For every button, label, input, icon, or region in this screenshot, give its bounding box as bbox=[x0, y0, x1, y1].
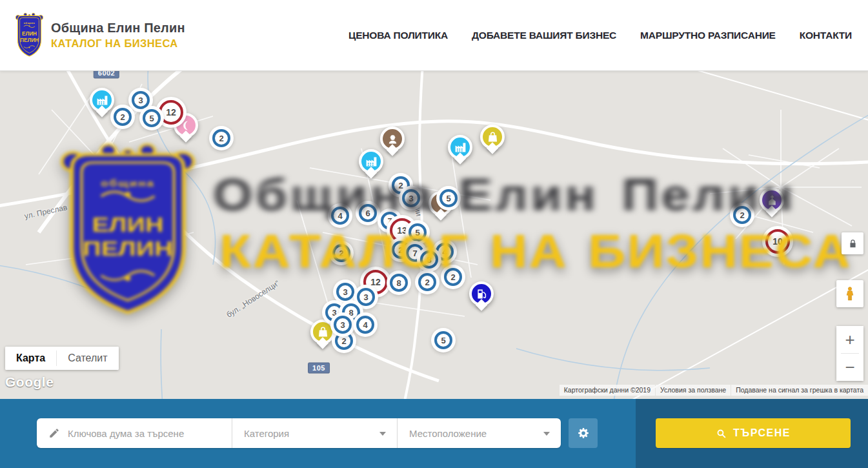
search-bar-right: ТЪРСЕНЕ bbox=[636, 399, 868, 468]
map-marker-cluster[interactable]: 2 bbox=[418, 273, 436, 291]
svg-text:ПЕЛИН: ПЕЛИН bbox=[20, 37, 39, 43]
keyword-input[interactable] bbox=[68, 428, 232, 439]
pencil-icon bbox=[48, 427, 60, 439]
attribution-link[interactable]: Условия за ползване bbox=[656, 385, 731, 396]
factory-icon bbox=[96, 94, 109, 107]
map-marker-pin[interactable] bbox=[310, 320, 335, 344]
zoom-out-button[interactable]: − bbox=[836, 354, 863, 381]
svg-text:община: община bbox=[24, 21, 35, 25]
header: общинаЕЛИНПЕЛИН Община Елин Пелин КАТАЛО… bbox=[0, 0, 868, 71]
advanced-settings-button[interactable] bbox=[569, 418, 598, 448]
site-subtitle: КАТАЛОГ НА БИЗНЕСА bbox=[51, 37, 185, 50]
map-marker-cluster[interactable]: 5 bbox=[409, 223, 427, 241]
gear-icon bbox=[577, 427, 590, 440]
shopping-bag-icon bbox=[316, 325, 330, 339]
map-marker-cluster[interactable]: 5 bbox=[434, 331, 452, 349]
nav-item[interactable]: КОНТАКТИ bbox=[800, 30, 852, 41]
fuel-icon bbox=[475, 287, 489, 301]
map-marker-cluster[interactable]: 3 bbox=[402, 189, 420, 207]
search-button-label: ТЪРСЕНЕ bbox=[733, 427, 791, 439]
map-marker-pin[interactable] bbox=[480, 125, 505, 149]
factory-icon bbox=[365, 155, 378, 168]
nav-item[interactable]: ЦЕНОВА ПОЛИТИКА bbox=[348, 30, 448, 41]
road-badge: 105 bbox=[308, 363, 330, 374]
map-attribution: Картографски данни ©2019Условия за ползв… bbox=[559, 385, 868, 396]
map-data-attribution: Картографски данни ©2019 bbox=[560, 385, 655, 396]
church-icon bbox=[765, 194, 779, 207]
map-type-map-button[interactable]: Карта bbox=[5, 347, 56, 370]
map-marker-cluster[interactable]: 5 bbox=[439, 189, 458, 207]
lock-button[interactable] bbox=[842, 232, 863, 254]
map-canvas[interactable]: ул. Преславбул. „Новоселци“ции 6002105 3… bbox=[0, 71, 868, 399]
street-view-pegman[interactable] bbox=[836, 280, 863, 307]
map-marker-cluster[interactable]: 12 bbox=[159, 100, 183, 125]
map-marker-cluster[interactable]: 2 bbox=[335, 332, 353, 350]
nav-item[interactable]: МАРШРУТНО РАЗПИСАНИЕ bbox=[640, 30, 776, 41]
factory-icon bbox=[454, 141, 467, 154]
search-bar: Категория Местоположение ТЪРСЕНЕ bbox=[0, 399, 868, 468]
nav-item[interactable]: ДОБАВЕТЕ ВАШИЯТ БИЗНЕС bbox=[472, 30, 616, 41]
map-marker-cluster[interactable]: 4 bbox=[436, 243, 454, 261]
category-placeholder: Категория bbox=[244, 428, 289, 439]
map-marker-cluster[interactable]: 10 bbox=[765, 229, 790, 254]
search-bar-left: Категория Местоположение bbox=[0, 399, 636, 468]
map-marker-cluster[interactable]: 8 bbox=[390, 274, 408, 292]
map-marker-cluster[interactable]: 8 bbox=[420, 250, 438, 269]
map-marker-cluster[interactable]: 6 bbox=[359, 204, 377, 222]
map-marker-pin[interactable] bbox=[469, 281, 494, 306]
map-marker-cluster[interactable]: 4 bbox=[331, 207, 349, 225]
map-marker-cluster[interactable]: 3 bbox=[334, 316, 352, 334]
map-marker-pin[interactable] bbox=[90, 88, 114, 112]
location-select[interactable]: Местоположение bbox=[397, 418, 561, 448]
site-logo[interactable]: общинаЕЛИНПЕЛИН Община Елин Пелин КАТАЛО… bbox=[14, 12, 185, 59]
shopping-bag-icon bbox=[486, 130, 500, 144]
municipality-crest-logo: общинаЕЛИНПЕЛИН bbox=[14, 12, 45, 59]
pegman-icon bbox=[842, 286, 858, 301]
site-title: Община Елин Пелин bbox=[51, 21, 185, 36]
chevron-down-icon bbox=[543, 432, 550, 436]
lock-icon bbox=[848, 239, 858, 249]
map-marker-cluster[interactable]: 3 bbox=[132, 91, 150, 109]
search-button[interactable]: ТЪРСЕНЕ bbox=[656, 418, 851, 448]
map-marker-cluster[interactable]: 3 bbox=[357, 288, 375, 306]
map-marker-pin[interactable] bbox=[760, 188, 784, 212]
svg-text:ЕЛИН: ЕЛИН bbox=[22, 31, 37, 37]
map-marker-cluster[interactable]: 2 bbox=[332, 244, 350, 262]
attribution-link[interactable]: Подаване на сигнал за грешка в картата bbox=[731, 385, 868, 396]
map-marker-pin[interactable] bbox=[380, 127, 405, 151]
map-type-satellite-button[interactable]: Сателит bbox=[57, 347, 118, 370]
map-marker-cluster[interactable]: 5 bbox=[143, 109, 161, 127]
search-fields: Категория Местоположение bbox=[37, 418, 561, 448]
search-icon bbox=[716, 428, 727, 439]
map-marker-pin[interactable] bbox=[448, 135, 472, 159]
road-badge: 6002 bbox=[94, 71, 119, 79]
map-marker-cluster[interactable]: 3 bbox=[336, 283, 354, 301]
map-marker-pin[interactable] bbox=[359, 149, 383, 174]
map-type-control: КартаСателит bbox=[5, 347, 119, 370]
crescent-icon bbox=[179, 119, 193, 132]
main-nav: ЦЕНОВА ПОЛИТИКАДОБАВЕТЕ ВАШИЯТ БИЗНЕСМАР… bbox=[348, 30, 852, 41]
worker-icon bbox=[386, 132, 399, 146]
map-marker-cluster[interactable]: 2 bbox=[114, 108, 132, 126]
map-marker-cluster[interactable]: 2 bbox=[733, 206, 751, 224]
map-marker-cluster[interactable]: 2 bbox=[444, 268, 462, 286]
keyword-field bbox=[37, 418, 232, 448]
location-placeholder: Местоположение bbox=[409, 428, 487, 439]
google-logo[interactable]: Google bbox=[5, 374, 54, 390]
category-select[interactable]: Категория bbox=[232, 418, 397, 448]
chevron-down-icon bbox=[379, 432, 386, 436]
map-marker-cluster[interactable]: 2 bbox=[212, 129, 230, 147]
map-marker-cluster[interactable]: 4 bbox=[356, 316, 374, 334]
zoom-control: + − bbox=[836, 326, 863, 381]
zoom-in-button[interactable]: + bbox=[836, 326, 863, 353]
